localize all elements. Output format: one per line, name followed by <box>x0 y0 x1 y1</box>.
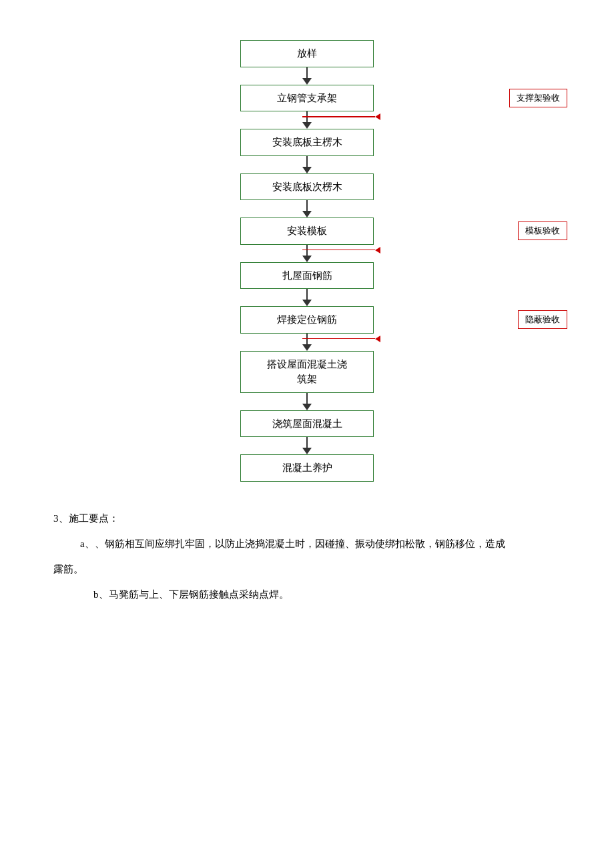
node-6: 扎屋面钢筋 <box>240 262 374 290</box>
node-9: 浇筑屋面混凝土 <box>240 410 374 438</box>
node-8: 搭设屋面混凝土浇 筑架 <box>240 351 374 393</box>
item-a: a、、钢筋相互间应绑扎牢固，以防止浇捣混凝土时，因碰撞、振动使绑扣松散，钢筋移位… <box>80 534 561 554</box>
arrow-head <box>302 404 312 410</box>
arrow-5 <box>120 245 494 262</box>
arrow-line <box>306 111 308 122</box>
flow-row-2: 立钢管支承架 支撑架验收 <box>120 85 494 112</box>
flow-row-9: 浇筑屋面混凝土 <box>120 410 494 438</box>
node-4: 安装底板次楞木 <box>240 173 374 201</box>
node-1: 放样 <box>240 40 374 67</box>
arrow-line <box>306 289 308 300</box>
item-a-cont: 露筋。 <box>53 559 561 579</box>
arrow-head <box>302 78 312 85</box>
arrow-1 <box>120 67 494 85</box>
horiz-line <box>302 338 375 340</box>
node-5: 安装模板 <box>240 218 374 245</box>
node-2: 立钢管支承架 <box>240 85 374 112</box>
arrow-head <box>302 122 312 129</box>
horiz-line <box>302 116 375 117</box>
side-connector-3 <box>302 336 380 342</box>
arrow-line <box>306 156 308 167</box>
flow-row-8: 搭设屋面混凝土浇 筑架 <box>120 351 494 393</box>
text-section: 3、施工要点： a、、钢筋相互间应绑扎牢固，以防止浇捣混凝土时，因碰撞、振动使绑… <box>40 508 574 604</box>
arrow-7 <box>120 334 494 351</box>
item-b: b、马凳筋与上、下层钢筋接触点采纳点焊。 <box>93 584 561 604</box>
arrow-head <box>302 167 312 173</box>
arrow-head <box>302 300 312 306</box>
arrow-line <box>306 245 308 256</box>
arrow-8 <box>120 393 494 410</box>
flow-row-1: 放样 <box>120 40 494 67</box>
arrow-head <box>302 211 312 218</box>
flow-row-10: 混凝土养护 <box>120 454 494 482</box>
arrow-head <box>302 344 312 351</box>
node-7: 焊接定位钢筋 <box>240 306 374 334</box>
arrow-3 <box>120 156 494 173</box>
arrow-2 <box>120 111 494 129</box>
arrow-left-1 <box>375 113 380 120</box>
flow-row-3: 安装底板主楞木 <box>120 129 494 156</box>
arrow-line <box>306 67 308 78</box>
arrow-left-2 <box>375 247 380 254</box>
arrow-6 <box>120 289 494 306</box>
arrow-9 <box>120 437 494 454</box>
arrow-left-3 <box>375 336 380 342</box>
arrow-head <box>302 256 312 262</box>
side-connector-1 <box>302 113 380 120</box>
side-label-3: 隐蔽验收 <box>518 310 567 329</box>
flow-row-7: 焊接定位钢筋 隐蔽验收 <box>120 306 494 334</box>
side-connector-2 <box>302 247 380 254</box>
node-3: 安装底板主楞木 <box>240 129 374 156</box>
flow-row-5: 安装模板 模板验收 <box>120 218 494 245</box>
flow-row-4: 安装底板次楞木 <box>120 173 494 201</box>
node-10: 混凝土养护 <box>240 454 374 482</box>
arrow-line <box>306 334 308 344</box>
arrow-line <box>306 393 308 404</box>
arrow-head <box>302 448 312 454</box>
side-label-2: 模板验收 <box>518 222 567 240</box>
section3-title: 3、施工要点： <box>53 508 561 528</box>
arrow-line <box>306 437 308 448</box>
flowchart: 放样 立钢管支承架 支撑架验收 安装底板主楞木 安装底板次楞木 <box>120 40 494 482</box>
horiz-line <box>302 250 375 251</box>
side-label-1: 支撑架验收 <box>509 89 567 107</box>
arrow-4 <box>120 200 494 218</box>
flow-row-6: 扎屋面钢筋 <box>120 262 494 290</box>
arrow-line <box>306 200 308 211</box>
